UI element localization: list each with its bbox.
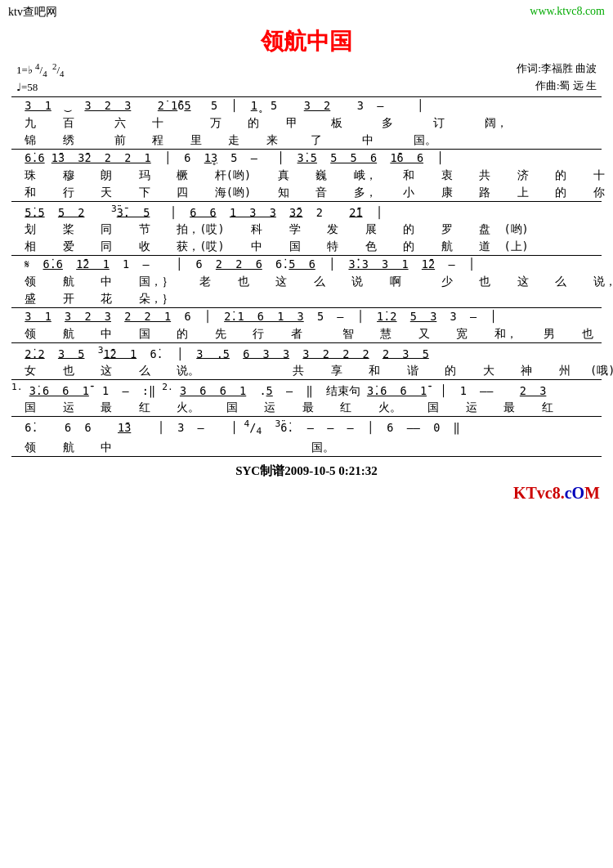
lyrics-line-8a: 领 航 中 国。 — [11, 439, 602, 456]
lyrics-line-6a: 女 也 这 么 说。 共 享 和 谐 的 大 神 州 (哦) — [11, 362, 602, 379]
lyricist: 作词:李福胜 曲波 — [517, 60, 597, 78]
lyrics-line-1b: 锦 绣 前 程 里 走 来 了 中 国。 — [11, 132, 602, 149]
footer-credit: SYC制谱2009-10-5 0:21:32 — [0, 463, 613, 479]
site-name-right: www.ktvc8.com — [530, 5, 605, 20]
notes-line-1: 3 1 ‿ 3 2 3 2̇ 1̄6​5 5 │ 1̥ 5 3 2 3 ― │ — [11, 97, 602, 114]
lyrics-line-5a: 领 航 中 国 的 先 行 者 智 慧 又 宽 和， 男 也 这 么 说 — [11, 325, 602, 342]
lyrics-line-7a: 国 运 最 红 火。 国 运 最 红 火。 国 运 最 红 火。 啊 — [11, 399, 602, 416]
composer: 作曲:蜀 远 生 — [517, 78, 597, 95]
music-content: 3 1 ‿ 3 2 3 2̇ 1̄6​5 5 │ 1̥ 5 3 2 3 ― │ … — [0, 96, 613, 457]
page-title: 领航中国 — [0, 26, 613, 57]
lyrics-line-4a: 领 航 中 国，｝ 老 也 这 么 说 啊 少 也 这 么 说， — [11, 273, 602, 290]
notes-line-2: 6̇.6 1̄3 3̄2 2 2 1 │ 6 1̥3 5 ― │ 3̇.5 5 … — [11, 150, 602, 167]
footer-logo: KTvc8.cOM — [0, 484, 613, 503]
lyrics-line-2b: 和 行 天 下 四 海(哟) 知 音 多， 小 康 路 上 的 你 和 我 — [11, 184, 602, 201]
lyrics-line-4b: 盛 开 花 朵，｝ — [11, 290, 602, 307]
lyrics-line-3a: 划 桨 同 节 拍，(哎) 科 学 发 展 的 罗 盘 (哟) — [11, 221, 602, 238]
meta-row: 1=♭ 4/4 2/4 ♩=58 作词:李福胜 曲波 作曲:蜀 远 生 — [0, 60, 613, 95]
header: ktv查吧网 www.ktvc8.com — [0, 0, 613, 21]
notes-line-6: 2̇.2 3 5 31̄̇2 1 6̇. │ 3 .5 6 3 3 3 2 2 … — [11, 343, 602, 362]
lyrics-line-3b: 相 爱 同 收 获，(哎) 中 国 特 色 的 航 道 (上) — [11, 238, 602, 255]
notes-line-4: 𝄋 6̇.6 1̄̇2 1 1 ― │ 6 2 2 6 6̇.5 6 │ 3̇̇… — [11, 256, 602, 273]
staff-line-bottom — [11, 456, 602, 457]
logo-text: KTvc8.cOM — [513, 484, 600, 502]
lyrics-line-2a: 珠 穆 朗 玛 橛 杆(哟) 真 巍 峨， 和 衷 共 济 的 十 三 亿 — [11, 167, 602, 184]
site-name-left: ktv查吧网 — [8, 5, 57, 20]
tempo-block: 1=♭ 4/4 2/4 ♩=58 — [16, 60, 65, 95]
authors-block: 作词:李福胜 曲波 作曲:蜀 远 生 — [517, 60, 597, 95]
notes-line-8: 6̇. 6 6 1̄̇3 │ 3 ― │ 4/4 3̈̈6̇. ― ― ― │ … — [11, 417, 602, 439]
notes-line-5: 3 1 3 2 3 2 2 1 6 │ 2̇.1 6 1 3 5 ― │ 1̇.… — [11, 308, 602, 325]
lyrics-line-1a: 九 百 六 十 万 的 甲 板 多 订 阔， — [11, 114, 602, 132]
notes-line-7: 1. 3̇.6 6 1̄̇ 1 ― :‖ 2. 3 6 6 1 .5 ― ‖ 结… — [11, 380, 602, 399]
notes-line-3: 5̇.5 5 2 3̈̈3̄. 5 │ 6 6 1 3 3 3̄2 2 2̄̇1… — [11, 202, 602, 221]
